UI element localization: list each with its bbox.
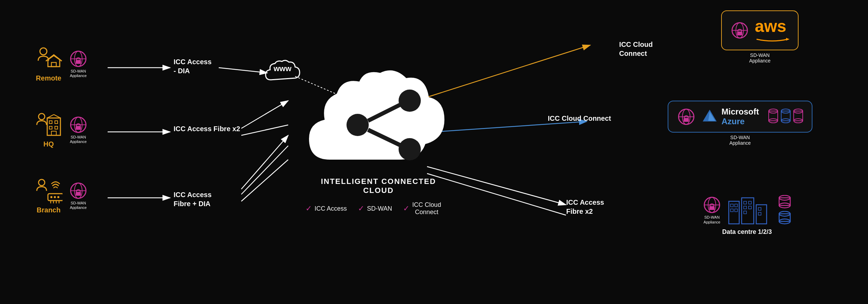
svg-rect-91 — [758, 212, 761, 215]
datacenter-sdwan-badge: SD-WANAppliance — [702, 195, 721, 224]
features-list: ✓ ICC Access ✓ SD-WAN ✓ ICC CloudConnect — [306, 201, 451, 216]
svg-rect-28 — [55, 121, 58, 124]
svg-rect-93 — [779, 198, 790, 205]
svg-rect-96 — [779, 214, 790, 221]
datacenter-group: SD-WANAppliance — [702, 194, 792, 226]
svg-rect-31 — [51, 131, 56, 135]
www-node: www — [264, 57, 302, 86]
svg-point-17 — [40, 48, 47, 55]
svg-rect-86 — [744, 206, 746, 209]
svg-point-40 — [57, 196, 59, 198]
branch-sdwan-text: SD-WANAppliance — [70, 201, 86, 210]
svg-rect-57 — [737, 32, 742, 35]
svg-rect-82 — [735, 209, 737, 212]
svg-point-23 — [39, 113, 45, 120]
remote-icon — [35, 45, 62, 73]
azure-node: Microsoft Azure — [668, 101, 812, 146]
remote-sdwan-text: SD-WANAppliance — [70, 69, 86, 78]
datacenter-node: SD-WANAppliance — [702, 194, 792, 236]
azure-globe-icon — [677, 107, 696, 126]
svg-rect-35 — [76, 126, 81, 130]
svg-rect-84 — [744, 201, 746, 204]
svg-point-38 — [50, 196, 52, 198]
svg-line-11 — [241, 160, 288, 201]
svg-line-4 — [219, 68, 267, 73]
svg-line-6 — [241, 101, 288, 128]
svg-rect-29 — [49, 126, 52, 129]
aws-connection-label: ICC CloudConnect — [619, 40, 653, 58]
icc-title-block: INTELLIGENT CONNECTED CLOUD ✓ ICC Access… — [306, 177, 451, 216]
azure-sdwan-text: SD-WANAppliance — [668, 135, 812, 146]
db-icon-3 — [793, 108, 803, 125]
check-icon-1: ✓ — [306, 204, 312, 213]
aws-arrow-icon — [755, 36, 790, 43]
hq-connection-label: ICC Access Fibre x2 — [174, 124, 240, 133]
svg-rect-30 — [55, 126, 58, 129]
feature-sdwan: ✓ SD-WAN — [358, 204, 392, 213]
svg-point-50 — [347, 114, 369, 136]
datacenter-connection-label: ICC AccessFibre x2 — [566, 198, 604, 216]
aws-logo-text: aws — [755, 17, 790, 36]
remote-connection-label: ICC Access - DIA — [174, 57, 211, 75]
hq-globe-icon — [69, 115, 88, 134]
svg-rect-87 — [749, 206, 751, 209]
datacenter-buildings-icon — [727, 194, 772, 226]
azure-box-container: Microsoft Azure — [668, 101, 812, 133]
hq-icon — [35, 111, 62, 139]
remote-node: Remote SD-WANAppliance — [35, 45, 88, 82]
svg-rect-88 — [744, 211, 746, 214]
svg-rect-77 — [709, 206, 715, 210]
svg-line-9 — [241, 135, 288, 189]
aws-globe-icon — [730, 21, 749, 40]
svg-point-36 — [39, 179, 45, 186]
aws-box: aws — [721, 10, 799, 50]
main-cloud-icon — [302, 56, 455, 180]
datacenter-label: Data centre 1/2/3 — [702, 228, 792, 236]
svg-line-14 — [434, 121, 587, 132]
datacenter-db-2 — [778, 211, 792, 225]
feature-icc-access: ✓ ICC Access — [306, 204, 347, 213]
www-label: www — [274, 64, 291, 73]
svg-point-49 — [399, 90, 421, 112]
datacenter-db-1 — [778, 195, 792, 209]
svg-rect-81 — [731, 209, 733, 212]
svg-rect-90 — [758, 208, 761, 210]
hq-node: HQ SD-WANAppliance — [35, 111, 88, 148]
feature-label-3: ICC CloudConnect — [412, 201, 441, 216]
svg-point-51 — [399, 138, 421, 160]
datacenter-sdwan-text: SD-WANAppliance — [703, 215, 720, 224]
hq-sdwan-text: SD-WANAppliance — [70, 135, 86, 144]
svg-marker-58 — [786, 38, 790, 41]
aws-logo-area: aws — [755, 17, 790, 44]
azure-logo-area: Microsoft Azure — [701, 107, 759, 126]
aws-sdwan-text: SD-WANAppliance — [721, 52, 799, 64]
feature-icc-cloud: ✓ ICC CloudConnect — [403, 201, 441, 216]
feature-label-1: ICC Access — [315, 205, 347, 212]
azure-connection-label: ICC Cloud Connect — [548, 114, 611, 123]
remote-label: Remote — [36, 74, 61, 82]
branch-label: Branch — [37, 206, 61, 214]
db-icon-1 — [768, 108, 778, 125]
remote-sdwan-badge: SD-WANAppliance — [69, 49, 88, 78]
datacenter-globe-icon — [702, 195, 721, 214]
check-icon-3: ✓ — [403, 204, 409, 213]
svg-rect-79 — [731, 204, 733, 207]
hq-label: HQ — [43, 140, 54, 148]
branch-sdwan-badge: SD-WANAppliance — [69, 181, 88, 210]
azure-db-icons — [768, 108, 803, 125]
aws-node: aws SD-WANAppliance — [721, 10, 799, 64]
branch-icon — [35, 177, 62, 205]
svg-rect-18 — [51, 62, 56, 67]
svg-rect-22 — [76, 60, 81, 64]
remote-globe-icon — [69, 49, 88, 68]
svg-line-7 — [241, 125, 288, 135]
main-cloud — [302, 56, 455, 182]
branch-node: Branch SD-WANAppliance — [35, 177, 88, 214]
datacenter-db-group — [778, 195, 792, 225]
icc-title: INTELLIGENT CONNECTED CLOUD — [306, 177, 451, 195]
svg-rect-89 — [756, 205, 767, 224]
check-icon-2: ✓ — [358, 204, 364, 213]
svg-rect-85 — [749, 201, 751, 204]
hq-sdwan-badge: SD-WANAppliance — [69, 115, 88, 144]
svg-rect-48 — [76, 192, 81, 196]
